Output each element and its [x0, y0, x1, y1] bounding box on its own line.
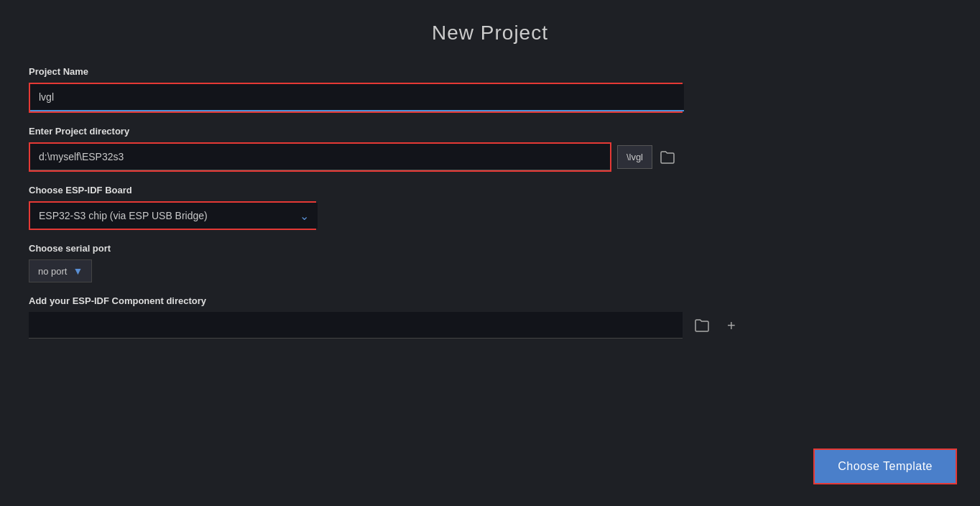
directory-label: Enter Project directory — [29, 126, 951, 137]
project-name-section: Project Name — [29, 66, 951, 113]
board-dropdown-wrapper: ESP32-S3 chip (via ESP USB Bridge) ESP32… — [29, 201, 316, 230]
project-directory-section: Enter Project directory \lvgl — [29, 126, 951, 172]
directory-suffix: \lvgl — [617, 145, 652, 169]
serial-port-value: no port — [38, 266, 67, 277]
directory-input[interactable] — [30, 144, 610, 170]
folder-icon — [660, 150, 675, 165]
page-container: New Project Project Name Enter Project d… — [0, 0, 980, 506]
component-folder-icon — [694, 318, 710, 333]
serial-port-button[interactable]: no port ▼ — [29, 259, 92, 282]
project-name-input-wrapper — [29, 83, 683, 113]
component-add-button[interactable]: + — [721, 314, 741, 337]
component-row: + — [29, 312, 951, 339]
directory-input-wrapper — [29, 142, 611, 172]
page-title: New Project — [29, 22, 951, 45]
serial-port-section: Choose serial port no port ▼ — [29, 243, 951, 282]
component-folder-button[interactable] — [688, 314, 716, 337]
component-directory-section: Add your ESP-IDF Component directory + — [29, 295, 951, 339]
serial-port-label: Choose serial port — [29, 243, 951, 254]
directory-row: \lvgl — [29, 142, 683, 172]
choose-template-button[interactable]: Choose Template — [813, 448, 957, 484]
component-directory-input[interactable] — [29, 312, 683, 339]
board-label: Choose ESP-IDF Board — [29, 185, 951, 196]
component-label: Add your ESP-IDF Component directory — [29, 295, 951, 306]
project-name-label: Project Name — [29, 66, 951, 77]
board-select-container: ESP32-S3 chip (via ESP USB Bridge) ESP32… — [30, 203, 318, 229]
board-section: Choose ESP-IDF Board ESP32-S3 chip (via … — [29, 185, 951, 230]
serial-port-chevron-icon: ▼ — [73, 265, 83, 277]
plus-icon: + — [727, 318, 736, 333]
board-select[interactable]: ESP32-S3 chip (via ESP USB Bridge) ESP32… — [30, 203, 318, 229]
project-name-input[interactable] — [30, 84, 684, 111]
directory-browse-button[interactable] — [652, 146, 683, 169]
